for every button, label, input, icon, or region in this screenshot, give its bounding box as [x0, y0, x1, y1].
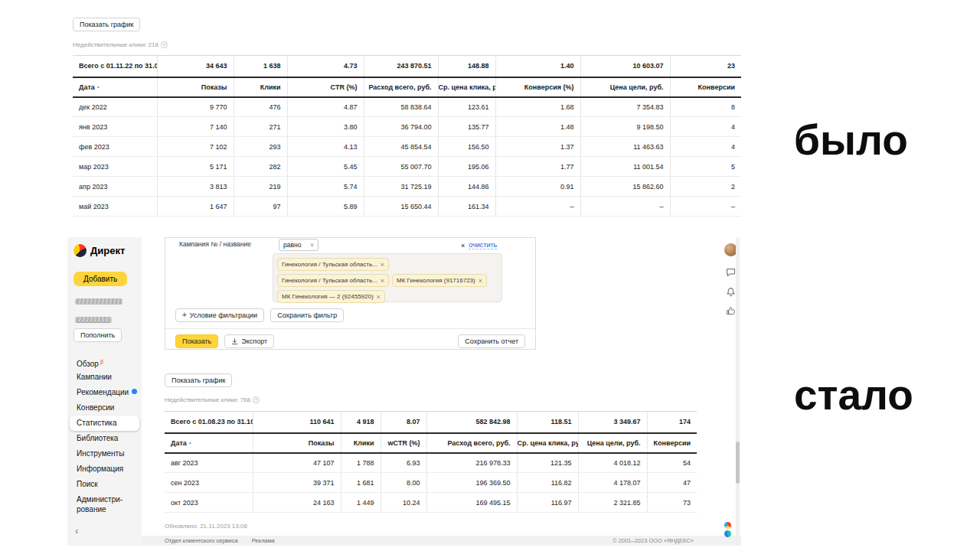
- column-header[interactable]: Клики: [341, 433, 381, 453]
- close-icon[interactable]: ×: [461, 242, 465, 249]
- table-row: авг 2023 47 107 1 788 6.93 216 978.33 12…: [165, 453, 697, 473]
- thumbs-up-icon[interactable]: [726, 306, 736, 316]
- report-actions-row: Показать Экспорт: [175, 334, 274, 348]
- remove-chip-icon[interactable]: ×: [381, 261, 384, 269]
- column-header[interactable]: Конверсии: [647, 433, 697, 453]
- sidebar-item-campaigns[interactable]: Кампании: [67, 370, 142, 385]
- column-header[interactable]: Показы: [253, 433, 341, 453]
- app-name: Директ: [90, 245, 125, 256]
- stat-cell: 1.48: [495, 117, 580, 137]
- save-filter-button[interactable]: Сохранить фильтр: [270, 308, 344, 322]
- column-header[interactable]: Расход всего, руб.: [364, 77, 438, 97]
- stat-cell: 1 647: [157, 197, 234, 217]
- filter-chips-container: Гинекология / Тульская область...× Гинек…: [273, 253, 502, 302]
- row-label: апр 2023: [73, 177, 157, 197]
- column-header[interactable]: Ср. цена клика, руб.: [438, 77, 495, 97]
- sidebar-item-administration[interactable]: Администри-рование: [67, 492, 138, 517]
- table-row: май 2023 1 647 97 5.89 15 650.44 161.34 …: [73, 197, 741, 217]
- filter-chip[interactable]: МК Гинекология — 2 (92455920)×: [277, 290, 385, 303]
- remove-chip-icon[interactable]: ×: [479, 277, 482, 285]
- remove-chip-icon[interactable]: ×: [377, 293, 381, 301]
- sidebar-item-overview[interactable]: Обзорβ: [67, 354, 142, 370]
- footer-link-support[interactable]: Отдел клиентского сервиса: [165, 537, 238, 544]
- operator-select[interactable]: равно ∨: [279, 239, 318, 251]
- filter-actions-row: +Условие фильтрации Сохранить фильтр: [175, 308, 344, 322]
- updated-timestamp: Обновлено: 21.11.2023 13:08: [165, 523, 247, 530]
- metrika-widget-icon[interactable]: [724, 522, 731, 529]
- scrollbar-thumb[interactable]: [736, 442, 740, 484]
- scrollbar[interactable]: [736, 237, 740, 546]
- filter-chip[interactable]: Гинекология / Тульская область...×: [277, 258, 389, 271]
- chat-widget-icon[interactable]: [724, 530, 731, 537]
- row-label: окт 2023: [165, 493, 253, 513]
- column-header[interactable]: Цена цели, руб.: [580, 77, 670, 97]
- show-chart-button-before[interactable]: Показать график: [73, 18, 140, 31]
- plus-icon: +: [182, 311, 187, 319]
- stat-cell: –: [580, 197, 670, 217]
- column-header-date[interactable]: Дата▲: [73, 77, 157, 97]
- stat-cell: 7 354.83: [580, 97, 670, 117]
- show-chart-button-after[interactable]: Показать график: [165, 373, 232, 387]
- stat-cell: 135.77: [438, 117, 495, 137]
- stat-cell: 4.87: [287, 97, 364, 117]
- stat-cell: 5.45: [287, 157, 364, 177]
- row-label: сен 2023: [165, 473, 253, 493]
- footer-link-ads[interactable]: Реклама: [252, 537, 275, 544]
- remove-chip-icon[interactable]: ×: [381, 277, 384, 285]
- row-label: фев 2023: [73, 137, 157, 157]
- column-header[interactable]: wCTR (%): [381, 433, 426, 453]
- footer: Отдел клиентского сервиса Реклама © 2001…: [142, 536, 741, 546]
- filter-chip[interactable]: Гинекология / Тульская область...×: [277, 274, 389, 287]
- add-button[interactable]: Добавить: [74, 272, 127, 286]
- stat-cell: 116.82: [517, 473, 578, 493]
- help-icon[interactable]: ?: [253, 396, 260, 403]
- sidebar-item-search[interactable]: Поиск: [67, 477, 142, 492]
- help-icon[interactable]: ?: [161, 41, 168, 48]
- column-header[interactable]: CTR (%): [287, 77, 364, 97]
- bell-icon[interactable]: [726, 287, 736, 297]
- label-before: было: [794, 119, 908, 161]
- stat-cell: 1.40: [495, 56, 580, 77]
- direct-logo-row[interactable]: Директ: [74, 244, 125, 257]
- sidebar-item-conversions[interactable]: Конверсии: [67, 400, 142, 416]
- column-header[interactable]: Расход всего, руб.: [426, 433, 517, 453]
- clear-filter-link[interactable]: очистить: [469, 241, 497, 249]
- stat-cell: 1.37: [495, 137, 580, 157]
- topup-button[interactable]: Пополнить: [74, 328, 122, 342]
- stat-cell: 2: [670, 177, 741, 197]
- column-header[interactable]: Конверсии: [670, 77, 741, 97]
- panel-divider: [165, 328, 535, 329]
- export-button[interactable]: Экспорт: [224, 334, 274, 348]
- stat-cell: 10 603.07: [580, 56, 670, 77]
- sidebar-item-library[interactable]: Библиотека: [67, 431, 142, 446]
- download-icon: [231, 338, 238, 345]
- column-header[interactable]: Ср. цена клика, руб.: [517, 433, 578, 453]
- filter-chip[interactable]: МК Гинекология (91716723)×: [392, 274, 487, 287]
- chip-label: МК Гинекология — 2 (92455920): [282, 293, 374, 300]
- sidebar-item-tools[interactable]: Инструменты: [67, 446, 142, 461]
- column-header[interactable]: Цена цели, руб.: [578, 433, 647, 453]
- stat-cell: 23: [670, 56, 741, 77]
- save-report-button[interactable]: Сохранить отчет: [458, 334, 525, 348]
- stat-cell: 4.13: [287, 137, 364, 157]
- sidebar-item-information[interactable]: Информация: [67, 461, 142, 477]
- column-header-date[interactable]: Дата▲: [165, 433, 253, 453]
- sidebar-item-statistics[interactable]: Статистика: [70, 416, 139, 431]
- column-header[interactable]: Конверсия (%): [495, 77, 580, 97]
- stat-cell: 5 171: [157, 157, 234, 177]
- show-button[interactable]: Показать: [175, 334, 218, 348]
- sidebar-item-recommendations[interactable]: Рекомендации: [67, 385, 142, 400]
- table-row: мар 2023 5 171 282 5.45 55 007.70 195.06…: [73, 157, 741, 177]
- column-header[interactable]: Клики: [234, 77, 287, 97]
- sidebar-item-label: Рекомендации: [77, 388, 129, 396]
- chat-icon[interactable]: [726, 267, 736, 277]
- column-header[interactable]: Показы: [157, 77, 234, 97]
- collapse-sidebar-button[interactable]: ‹: [75, 525, 78, 536]
- filter-field-label: Кампания № / название: [179, 240, 260, 249]
- redacted-account-name: [75, 298, 122, 305]
- stat-cell: 8: [670, 97, 741, 117]
- stat-cell: –: [495, 197, 580, 217]
- add-filter-condition-button[interactable]: +Условие фильтрации: [175, 308, 264, 322]
- stat-cell: 4: [670, 137, 741, 157]
- row-label: мар 2023: [73, 157, 157, 177]
